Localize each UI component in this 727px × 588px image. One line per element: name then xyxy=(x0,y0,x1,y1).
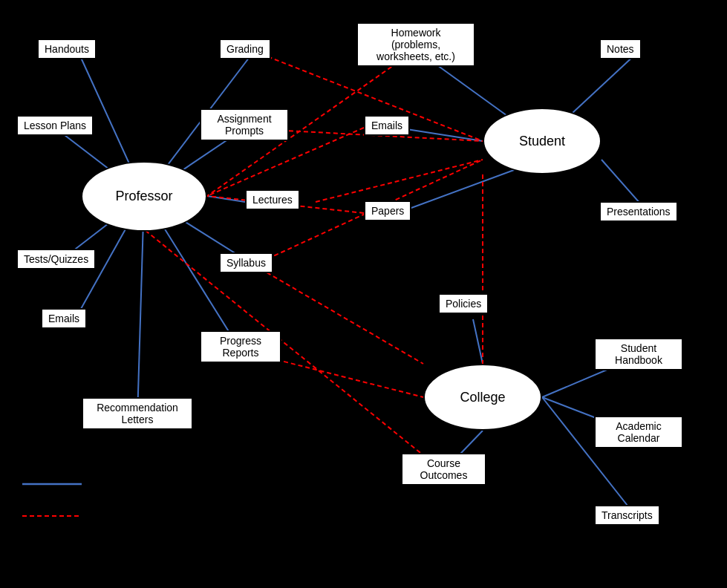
handouts-node: Handouts xyxy=(37,39,97,59)
student-handbook-node: StudentHandbook xyxy=(594,338,683,370)
professor-node: Professor xyxy=(81,161,207,232)
rec-letters-node: RecommendationLetters xyxy=(82,397,193,430)
notes-node: Notes xyxy=(599,39,642,59)
syllabus-node: Syllabus xyxy=(219,252,273,273)
student-node: Student xyxy=(483,108,602,174)
emails-student-node: Emails xyxy=(364,115,410,136)
professor-label: Professor xyxy=(115,189,172,204)
lesson-plans-node: Lesson Plans xyxy=(16,115,94,136)
line-courseoutcomes-prof xyxy=(144,229,443,471)
course-outcomes-node: CourseOutcomes xyxy=(401,453,486,486)
progress-reports-node: ProgressReports xyxy=(200,330,281,363)
homework-node: Homework(problems,worksheets, etc.) xyxy=(356,22,475,67)
academic-calendar-node: AcademicCalendar xyxy=(594,416,683,448)
policies-node: Policies xyxy=(438,293,489,314)
transcripts-node: Transcripts xyxy=(594,505,660,526)
grading-node: Grading xyxy=(219,39,271,59)
presentations-node: Presentations xyxy=(599,201,678,222)
line-lectures-student xyxy=(316,160,483,202)
college-node: College xyxy=(423,364,542,431)
assignment-prompts-node: AssignmentPrompts xyxy=(200,108,289,141)
line-college-policies xyxy=(473,319,483,364)
emails-prof-node: Emails xyxy=(41,308,87,329)
tests-quizzes-node: Tests/Quizzes xyxy=(16,249,96,270)
student-label: Student xyxy=(519,134,565,149)
papers-node: Papers xyxy=(364,200,411,221)
diagram-svg xyxy=(0,0,727,588)
college-label: College xyxy=(460,390,505,405)
lectures-node: Lectures xyxy=(245,189,300,210)
